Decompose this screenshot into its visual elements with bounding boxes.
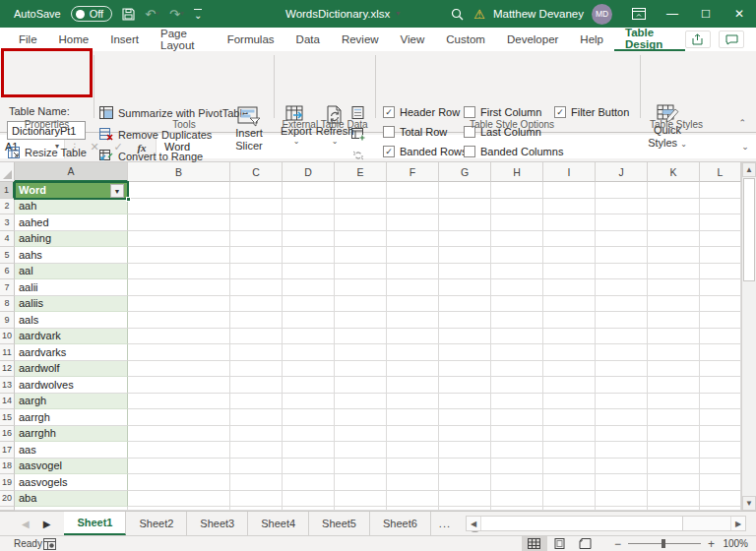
cell-c14[interactable] xyxy=(230,394,283,410)
cell-a18[interactable]: aasvogel xyxy=(15,459,128,475)
ribbon-tab-help[interactable]: Help xyxy=(569,28,614,51)
cell-c12[interactable] xyxy=(230,361,283,378)
cell-g7[interactable] xyxy=(439,279,491,296)
ribbon-tab-file[interactable]: File xyxy=(8,28,48,51)
column-header-k[interactable]: K xyxy=(648,162,700,182)
cell-h2[interactable] xyxy=(491,199,543,215)
cell-a2[interactable]: aah xyxy=(15,199,128,215)
cell-h13[interactable] xyxy=(491,377,543,394)
checkbox-header-row[interactable]: ✓Header Row xyxy=(383,106,460,118)
cell-l14[interactable] xyxy=(700,394,741,410)
cell-b10[interactable] xyxy=(128,329,230,345)
cell-k17[interactable] xyxy=(648,442,700,459)
cell-k19[interactable] xyxy=(648,474,700,491)
cell-g13[interactable] xyxy=(439,377,491,394)
cell-d15[interactable] xyxy=(283,409,335,426)
cell-l3[interactable] xyxy=(700,214,741,231)
sheet-tab-sheet2[interactable]: Sheet2 xyxy=(126,512,187,535)
cell-f11[interactable] xyxy=(387,344,439,361)
cell-c20[interactable] xyxy=(230,491,283,508)
row-header-19[interactable]: 19 xyxy=(0,474,15,491)
cell-b9[interactable] xyxy=(128,312,230,329)
cell-b1[interactable] xyxy=(128,182,230,199)
warning-icon[interactable]: ⚠ xyxy=(473,7,485,22)
cell-e1[interactable] xyxy=(335,182,387,199)
cell-i2[interactable] xyxy=(543,199,596,215)
cell-j6[interactable] xyxy=(596,264,648,280)
cell-b13[interactable] xyxy=(128,377,230,394)
page-layout-view-icon[interactable] xyxy=(547,536,573,551)
cell-f16[interactable] xyxy=(387,426,439,443)
cell-f15[interactable] xyxy=(387,409,439,426)
ribbon-tab-page-layout[interactable]: Page Layout xyxy=(150,28,217,51)
column-header-h[interactable]: H xyxy=(491,162,543,182)
cell-k20[interactable] xyxy=(648,491,700,508)
cell-b4[interactable] xyxy=(128,231,230,248)
cell-e12[interactable] xyxy=(335,361,387,378)
cell-i20[interactable] xyxy=(543,491,596,508)
ribbon-tab-home[interactable]: Home xyxy=(48,28,100,51)
cell-j16[interactable] xyxy=(596,426,648,443)
cell-k9[interactable] xyxy=(648,312,700,329)
cell-f18[interactable] xyxy=(387,459,439,475)
cell-g19[interactable] xyxy=(439,474,491,491)
cell-e4[interactable] xyxy=(335,231,387,248)
cell-d4[interactable] xyxy=(283,231,335,248)
cell-c3[interactable] xyxy=(230,214,283,231)
cell-g4[interactable] xyxy=(439,231,491,248)
cell-l1[interactable] xyxy=(700,182,741,199)
cell-h8[interactable] xyxy=(491,296,543,313)
cell-j12[interactable] xyxy=(596,361,648,378)
cell-d10[interactable] xyxy=(283,329,335,345)
cell-b3[interactable] xyxy=(128,214,230,231)
cell-i14[interactable] xyxy=(543,394,596,410)
header-filter-dropdown-icon[interactable]: ▼ xyxy=(110,184,124,198)
cell-d16[interactable] xyxy=(283,426,335,443)
cell-j1[interactable] xyxy=(596,182,648,199)
cell-c10[interactable] xyxy=(230,329,283,345)
cell-j7[interactable] xyxy=(596,279,648,296)
cell-a8[interactable]: aaliis xyxy=(15,296,128,313)
cell-e16[interactable] xyxy=(335,426,387,443)
cell-e8[interactable] xyxy=(335,296,387,313)
cell-e20[interactable] xyxy=(335,491,387,508)
column-header-d[interactable]: D xyxy=(283,162,335,182)
row-header-5[interactable]: 5 xyxy=(0,247,15,264)
row-header-4[interactable]: 4 xyxy=(0,231,15,248)
resize-table-button[interactable]: Resize Table xyxy=(8,147,87,158)
cell-f14[interactable] xyxy=(387,394,439,410)
cell-g3[interactable] xyxy=(439,214,491,231)
cell-f20[interactable] xyxy=(387,491,439,508)
cell-h17[interactable] xyxy=(491,442,543,459)
cell-i12[interactable] xyxy=(543,361,596,378)
cell-l2[interactable] xyxy=(700,199,741,215)
fill-handle[interactable] xyxy=(126,197,131,202)
cell-k16[interactable] xyxy=(648,426,700,443)
cell-l16[interactable] xyxy=(700,426,741,443)
cell-f8[interactable] xyxy=(387,296,439,313)
column-header-c[interactable]: C xyxy=(230,162,283,182)
cell-a14[interactable]: aargh xyxy=(15,394,128,410)
cell-k1[interactable] xyxy=(648,182,700,199)
cell-g11[interactable] xyxy=(439,344,491,361)
cell-f10[interactable] xyxy=(387,329,439,345)
zoom-slider[interactable] xyxy=(628,543,701,544)
cell-a12[interactable]: aardwolf xyxy=(15,361,128,378)
cell-a17[interactable]: aas xyxy=(15,442,128,459)
column-header-i[interactable]: I xyxy=(543,162,596,182)
horizontal-scrollbar[interactable]: ◀ ▶ xyxy=(466,516,746,531)
cell-l20[interactable] xyxy=(700,491,741,508)
cell-f3[interactable] xyxy=(387,214,439,231)
normal-view-icon[interactable] xyxy=(522,536,547,551)
row-header-7[interactable]: 7 xyxy=(0,279,15,296)
cell-d20[interactable] xyxy=(283,491,335,508)
cell-k10[interactable] xyxy=(648,329,700,345)
cell-g18[interactable] xyxy=(439,459,491,475)
cell-e10[interactable] xyxy=(335,329,387,345)
avatar[interactable]: MD xyxy=(592,4,612,25)
comments-icon[interactable] xyxy=(719,31,744,48)
cell-k14[interactable] xyxy=(648,394,700,410)
cell-d8[interactable] xyxy=(283,296,335,313)
cell-f17[interactable] xyxy=(387,442,439,459)
cell-h18[interactable] xyxy=(491,459,543,475)
